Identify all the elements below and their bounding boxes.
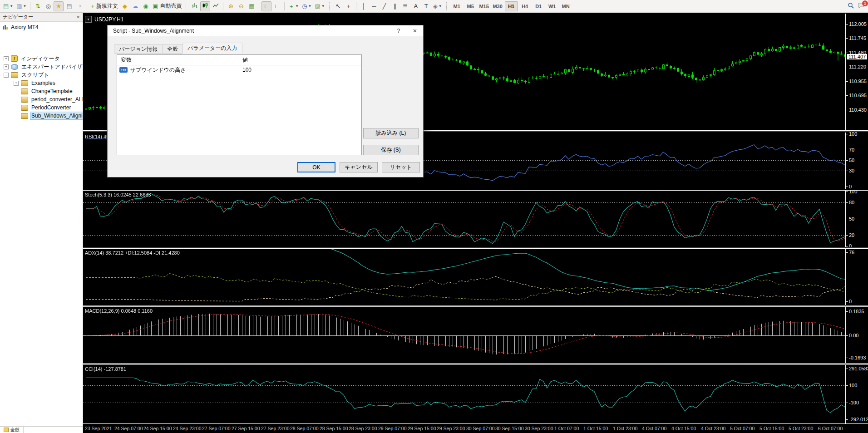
collapse-icon[interactable]: - [4,73,9,78]
tab-general[interactable]: 全般 [162,44,183,54]
close-icon[interactable]: ✕ [76,15,80,20]
tile-windows-button[interactable]: ▦ [247,1,256,11]
autotrading-button[interactable]: ▣自動売買 [151,1,183,11]
channel-button[interactable]: ∥ [390,1,400,11]
arrows-button[interactable]: ◈▼ [432,1,444,11]
candles-button[interactable] [200,1,210,11]
macd-indicator-window[interactable]: 0.18350.00-0.1693MACD(12,26,9) 0.0648 0.… [83,307,868,363]
dialog-titlebar[interactable]: Script - Sub_Windows_Alignment ? ✕ [108,25,423,36]
zoom-out-button[interactable]: ⊖ [236,1,246,11]
tab-version-info[interactable]: バージョン情報 [114,44,163,54]
chevron-down-icon[interactable]: ▼ [295,4,299,8]
parameter-value[interactable]: 100 [242,67,252,73]
bars-button[interactable] [190,1,200,11]
time-axis-label: 27 Sep 23:00 [261,426,289,431]
main-price-scale[interactable]: 112.005111.745111.480111.220110.955110.6… [845,14,868,130]
chart-shift-end-button[interactable]: ∟ [272,1,282,11]
tab-common[interactable]: 全般 [0,427,24,433]
expand-icon[interactable]: + [4,56,9,61]
community-button[interactable]: ☁ [130,1,140,11]
tree-item-sub-windows-aligni[interactable]: Sub_Windows_Aligni [0,112,83,120]
timeframe-button-mn[interactable]: MN [559,1,572,11]
search-button[interactable] [846,1,856,11]
periods-button[interactable]: ◷▼ [301,1,313,11]
fibonacci-button[interactable]: ≣ [400,1,410,11]
chart-shift-button[interactable]: ⇅ [33,1,43,11]
cancel-button[interactable]: キャンセル [340,162,378,172]
cci-price-scale[interactable]: 291.0583100-100-292.0126 [845,365,868,424]
rsi-price-scale[interactable]: 1007050300 [845,133,868,189]
reset-button[interactable]: リセット [382,162,420,172]
parameter-row[interactable]: 123 サブウインドウの高さ 100 [117,65,361,74]
dialog-close-button[interactable]: ✕ [407,25,423,36]
window-splitter[interactable] [83,363,868,365]
timeframe-button-d1[interactable]: D1 [532,1,545,11]
macd-price-scale[interactable]: 0.18350.00-0.1693 [845,307,868,363]
cursor-button[interactable]: ↖ [333,1,343,11]
chevron-down-icon[interactable]: ▼ [321,4,325,8]
notifications-button[interactable]: 1 [856,1,866,11]
line-chart-button[interactable] [211,1,221,11]
terminal-button[interactable]: ▤ [64,1,74,11]
new-chart-button[interactable]: ▤▼ [2,1,15,11]
one-click-trading-button[interactable]: ▼ [85,16,92,23]
adx-indicator-window[interactable]: 760ADX(14) 38.7212 +DI:12.5084 -DI:21.42… [83,249,868,305]
tree-item--[interactable]: -スクリプト [0,71,83,79]
metaeditor-button[interactable]: ◆ [120,1,130,11]
expand-icon[interactable]: + [4,64,9,69]
tree-item--[interactable]: +fインディケータ [0,54,83,63]
new-order-button[interactable]: +新規注文 [89,1,119,11]
indicators-button[interactable]: ＋▼ [287,1,300,11]
macd-chart-canvas[interactable] [83,307,845,363]
time-axis[interactable]: 23 Sep 202124 Sep 07:0024 Sep 15:0024 Se… [83,423,868,433]
tree-item--[interactable]: +エキスパートアドバイザ [0,63,83,71]
tree-item-periodconverter[interactable]: PeriodConverter [0,103,83,112]
ok-button[interactable]: OK [297,162,335,172]
trendline-button[interactable]: ╱ [380,1,390,11]
stoch-price-scale[interactable]: 1008050200 [845,191,868,247]
crosshair-button[interactable]: + [344,1,354,11]
chevron-down-icon[interactable]: ▼ [23,4,27,8]
timeframe-button-h4[interactable]: H4 [518,1,532,11]
timeframe-button-m1[interactable]: M1 [450,1,464,11]
load-button[interactable]: 読み込み (L) [363,128,419,138]
help-button[interactable]: ? [390,25,407,36]
stoch-chart-canvas[interactable] [83,191,845,247]
tree-item-changetemplate[interactable]: ChangeTemplate [0,87,83,95]
window-splitter[interactable] [83,189,868,191]
timeframe-button-m5[interactable]: M5 [464,1,477,11]
adx-chart-canvas[interactable] [83,249,845,305]
cci-chart-canvas[interactable] [83,365,845,424]
window-splitter[interactable] [83,305,868,307]
chevron-down-icon[interactable]: ▼ [308,4,312,8]
timeframe-button-m30[interactable]: M30 [491,1,504,11]
tab-parameters[interactable]: パラメーターの入力 [182,43,242,54]
chevron-down-icon[interactable]: ▼ [10,4,13,8]
tree-item-examples[interactable]: +Examples [0,79,83,87]
vline-button[interactable]: │ [359,1,369,11]
timeframe-button-w1[interactable]: W1 [546,1,559,11]
signals-button[interactable]: ◉ [141,1,151,11]
templates-button[interactable]: ▨▼ [314,1,326,11]
crosshair-target-button[interactable]: ◎ [43,1,53,11]
stoch-indicator-window[interactable]: 1008050200Stoch(5,3,3) 16.0245 22.6633 [83,191,868,247]
timeframe-button-h1[interactable]: H1 [505,1,518,11]
navigator-button[interactable]: ★ [54,1,64,11]
expand-icon[interactable]: + [14,81,19,86]
window-splitter[interactable] [83,247,868,249]
tree-item-period-converter-ali[interactable]: period_converter_ALI [0,95,83,103]
text-button[interactable]: A [411,1,421,11]
hline-button[interactable]: ─ [369,1,379,11]
save-button[interactable]: 保存 (S) [363,145,419,155]
chevron-down-icon[interactable]: ▼ [439,4,442,8]
adx-price-scale[interactable]: 760 [845,249,868,305]
profiles-button[interactable]: ▥▼ [15,1,28,11]
auto-scroll-button[interactable]: ∟ [261,1,271,11]
autotrading-button-label: 自動売買 [160,2,182,10]
label-button[interactable]: T [421,1,431,11]
cci-indicator-window[interactable]: 291.0583100-100-292.0126CCI(14) -127.878… [83,365,868,424]
zoom-in-button[interactable]: ⊕ [226,1,236,11]
account-item[interactable]: Axiory MT4 [0,22,83,33]
timeframe-button-m15[interactable]: M15 [478,1,491,11]
strategy-tester-button[interactable]: ◔ [74,1,84,11]
